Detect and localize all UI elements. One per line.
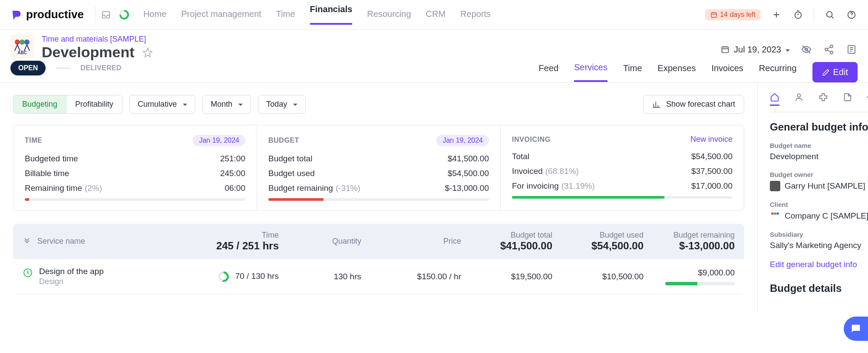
svg-point-23 [774, 212, 776, 215]
col-time-total: 245 / 251 hrs [192, 240, 279, 252]
edit-budget-info-link[interactable]: Edit general budget info [770, 260, 868, 269]
brand-logo-icon [10, 9, 23, 21]
budgeted-time-value: 251:00 [220, 154, 245, 163]
row-budget-used: $10,500.00 [557, 272, 644, 281]
search-icon[interactable] [824, 9, 836, 21]
nav-resourcing[interactable]: Resourcing [367, 9, 411, 20]
invoiced-value: $37,500.00 [691, 167, 733, 176]
calendar-icon [710, 11, 717, 18]
tab-invoices[interactable]: Invoices [711, 63, 743, 81]
calendar-icon [721, 45, 729, 54]
tab-bar: OPEN DELIVERED Feed Services Time Expens… [0, 61, 868, 83]
svg-point-14 [825, 48, 828, 51]
col-quantity: Quantity [283, 237, 361, 246]
brand[interactable]: productive [10, 8, 84, 21]
owner-label: Budget owner [770, 171, 868, 178]
for-invoicing-pct: (31.19%) [561, 181, 595, 190]
edit-button[interactable]: Edit [812, 62, 858, 82]
svg-point-5 [827, 11, 832, 17]
activity-ring-icon[interactable] [118, 9, 130, 21]
inbox-icon[interactable] [100, 9, 112, 21]
summary-cards: TIMEJan 19, 2024 Budgeted time251:00 Bil… [13, 125, 744, 211]
row-quantity: 130 hrs [283, 272, 361, 281]
segment-profitability[interactable]: Profitability [66, 95, 122, 113]
table-header: Service name Time245 / 251 hrs Quantity … [13, 224, 744, 259]
stage-delivered[interactable]: DELIVERED [80, 64, 121, 72]
segment-budgeting[interactable]: Budgeting [13, 95, 66, 113]
nav-reports[interactable]: Reports [460, 9, 491, 20]
sidebar: General budget info Budget name Developm… [757, 83, 868, 313]
nav-home[interactable]: Home [143, 9, 166, 20]
svg-point-4 [795, 12, 802, 18]
svg-text:ABC: ABC [17, 50, 27, 55]
billable-time-label: Billable time [25, 169, 69, 178]
dropdown-range[interactable]: Today [258, 95, 306, 114]
nav-financials[interactable]: Financials [310, 4, 353, 25]
card-time-title: TIME [25, 137, 43, 144]
divider [814, 8, 814, 22]
subsidiary-label: Subsidiary [770, 231, 868, 238]
nav-time[interactable]: Time [276, 9, 295, 20]
project-thumb: ABC [10, 35, 34, 58]
date-selector[interactable]: Jul 19, 2023 [721, 45, 790, 55]
dropdown-mode-label: Cumulative [138, 100, 177, 109]
tab-expenses[interactable]: Expenses [658, 63, 696, 81]
dropdown-mode[interactable]: Cumulative [129, 95, 195, 114]
card-invoicing-title: INVOICING [512, 136, 551, 144]
card-budget: BUDGETJan 19, 2024 Budget total$41,500.0… [257, 125, 501, 210]
services-table: Service name Time245 / 251 hrs Quantity … [13, 224, 744, 294]
invoiced-pct: (68.81%) [545, 167, 579, 176]
notes-icon[interactable] [845, 43, 858, 56]
dropdown-period[interactable]: Month [202, 95, 251, 114]
tab-time[interactable]: Time [623, 63, 642, 81]
page-header: ABC Time and materials [SAMPLE] Developm… [0, 29, 868, 61]
page-title: Development [42, 44, 135, 61]
budget-total-value: $41,500.00 [448, 154, 489, 163]
chevron-down-icon [183, 100, 187, 109]
sidebar-tab-addons-icon[interactable] [818, 92, 828, 106]
client-label: Client [770, 201, 868, 208]
remaining-time-value: 06:00 [224, 183, 245, 193]
visibility-off-icon[interactable] [800, 43, 812, 56]
invoicing-total-label: Total [512, 152, 529, 161]
breadcrumb[interactable]: Time and materials [SAMPLE] [42, 35, 153, 44]
budget-details-title: Budget details [770, 282, 868, 294]
sidebar-tab-pdf-icon[interactable] [843, 92, 852, 106]
svg-point-22 [771, 212, 773, 215]
timer-icon[interactable] [792, 9, 804, 21]
budget-remaining-label: Budget remaining [268, 183, 333, 193]
budget-remaining-pct: (-31%) [336, 183, 360, 193]
svg-point-24 [776, 212, 779, 215]
sidebar-tab-people-icon[interactable] [794, 92, 804, 106]
invoicing-progress [512, 196, 733, 199]
stage-open[interactable]: OPEN [10, 61, 46, 75]
pencil-icon [822, 69, 830, 76]
add-icon[interactable] [770, 9, 782, 21]
budget-total-label: Budget total [268, 154, 312, 163]
main-content: Budgeting Profitability Cumulative Month… [0, 83, 757, 313]
toolbar: Budgeting Profitability Cumulative Month… [13, 95, 744, 114]
col-budget-used: $54,500.00 [557, 240, 644, 252]
tab-feed[interactable]: Feed [539, 63, 559, 81]
chevron-down-icon [238, 100, 243, 109]
forecast-button[interactable]: Show forecast chart [643, 95, 744, 114]
favorite-star-icon[interactable] [142, 47, 153, 58]
new-invoice-link[interactable]: New invoice [690, 135, 733, 144]
help-icon[interactable] [845, 9, 858, 21]
col-budget-used-label: Budget used [557, 231, 644, 240]
sidebar-tab-general-icon[interactable] [770, 92, 779, 106]
row-time: 70 / 130 hrs [235, 271, 279, 281]
card-budget-date: Jan 19, 2024 [436, 135, 489, 146]
nav-project-management[interactable]: Project management [181, 9, 261, 20]
invoicing-total-value: $54,500.00 [691, 152, 733, 161]
tab-recurring[interactable]: Recurring [759, 63, 797, 81]
nav-crm[interactable]: CRM [426, 9, 446, 20]
brand-name: productive [26, 8, 84, 21]
col-budget-total: $41,500.00 [465, 240, 552, 252]
trial-badge[interactable]: 14 days left [705, 9, 761, 20]
table-row[interactable]: Design of the app Design 70 / 130 hrs 13… [13, 259, 744, 294]
client-avatar [770, 211, 780, 221]
tab-services[interactable]: Services [574, 62, 607, 82]
share-icon[interactable] [823, 43, 835, 56]
expand-all-icon[interactable] [23, 237, 31, 246]
